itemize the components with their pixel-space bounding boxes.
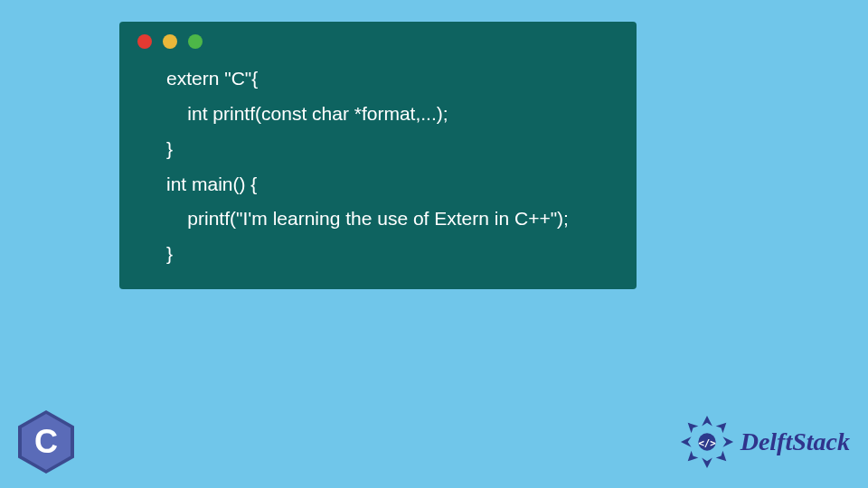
minimize-icon xyxy=(163,34,177,49)
code-window: extern "C"{ int printf(const char *forma… xyxy=(119,22,637,289)
svg-text:</>: </> xyxy=(698,437,715,449)
code-line: extern "C"{ xyxy=(166,68,258,89)
code-line: printf("I'm learning the use of Extern i… xyxy=(166,208,569,229)
c-language-badge: C xyxy=(18,410,76,475)
code-line: } xyxy=(166,138,173,159)
code-line: int printf(const char *format,...); xyxy=(166,103,448,124)
close-icon xyxy=(137,34,152,49)
window-titlebar xyxy=(119,22,637,56)
hexagon-icon: C xyxy=(18,410,74,474)
brand-logo: </> DelftStack xyxy=(679,414,850,470)
mandala-icon: </> xyxy=(679,414,735,470)
code-block: extern "C"{ int printf(const char *forma… xyxy=(119,56,637,272)
maximize-icon xyxy=(188,34,203,49)
c-letter: C xyxy=(22,414,71,470)
code-line: int main() { xyxy=(166,174,257,194)
brand-name: DelftStack xyxy=(741,427,850,456)
code-line: } xyxy=(166,243,173,264)
